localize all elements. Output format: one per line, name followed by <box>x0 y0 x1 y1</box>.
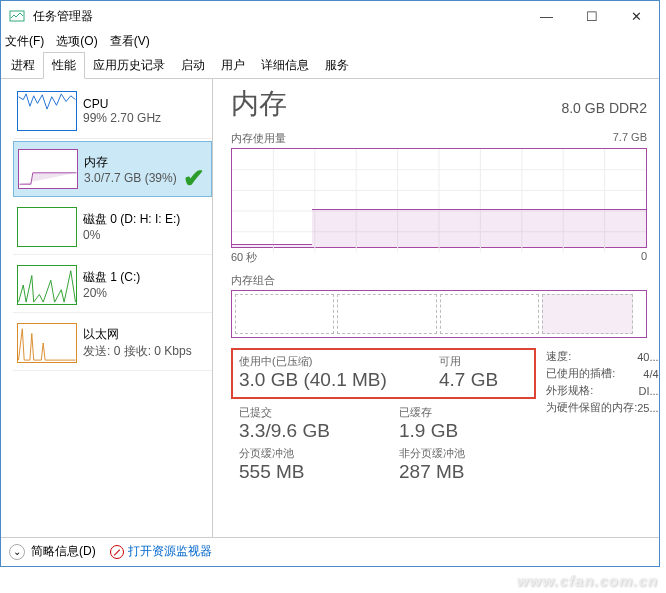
expand-icon[interactable]: ⌄ <box>9 544 25 560</box>
app-icon <box>9 8 25 24</box>
cached-label: 已缓存 <box>399 405 458 420</box>
tab-details[interactable]: 详细信息 <box>253 53 317 78</box>
memory-thumbnail <box>18 149 78 189</box>
committed-value: 3.3/9.6 GB <box>239 420 369 442</box>
disk0-thumbnail <box>17 207 77 247</box>
sidebar-item-label: CPU <box>83 97 161 111</box>
detail-pane: 内存 8.0 GB DDR2 内存使用量 7.7 GB <box>213 79 659 537</box>
watermark: www.cfan.com.cn <box>517 572 658 589</box>
sidebar-item-label: 以太网 <box>83 326 192 343</box>
available-label: 可用 <box>439 354 498 369</box>
tab-bar: 进程 性能 应用历史记录 启动 用户 详细信息 服务 <box>1 55 659 79</box>
ethernet-thumbnail <box>17 323 77 363</box>
menu-view[interactable]: 查看(V) <box>110 33 150 50</box>
committed-label: 已提交 <box>239 405 369 420</box>
highlighted-stats: 使用中(已压缩) 3.0 GB (40.1 MB) 可用 4.7 GB <box>231 348 536 399</box>
memory-composition-chart <box>231 290 647 338</box>
tab-users[interactable]: 用户 <box>213 53 253 78</box>
inuse-label: 使用中(已压缩) <box>239 354 409 369</box>
sidebar-item-sub: 99% 2.70 GHz <box>83 111 161 125</box>
tab-services[interactable]: 服务 <box>317 53 357 78</box>
resource-monitor-link[interactable]: 打开资源监视器 <box>110 543 212 560</box>
sidebar-item-label: 内存 <box>84 154 177 171</box>
sidebar-item-ethernet[interactable]: 以太网 发送: 0 接收: 0 Kbps <box>13 315 212 371</box>
sidebar-item-label: 磁盘 0 (D: H: I: E:) <box>83 211 180 228</box>
sidebar-item-label: 磁盘 1 (C:) <box>83 269 140 286</box>
memory-usage-chart <box>231 148 647 248</box>
available-value: 4.7 GB <box>439 369 498 391</box>
sidebar-item-sub: 3.0/7.7 GB (39%) <box>84 171 177 185</box>
sidebar-item-memory[interactable]: 内存 3.0/7.7 GB (39%) ✔ <box>13 141 212 197</box>
paged-label: 分页缓冲池 <box>239 446 369 461</box>
sidebar: CPU 99% 2.70 GHz 内存 3.0/7.7 GB (39%) ✔ 磁… <box>1 79 213 537</box>
check-icon: ✔ <box>183 163 205 194</box>
disk1-thumbnail <box>17 265 77 305</box>
sidebar-item-sub: 0% <box>83 228 180 242</box>
inuse-value: 3.0 GB (40.1 MB) <box>239 369 409 391</box>
nonpaged-label: 非分页缓冲池 <box>399 446 465 461</box>
cpu-thumbnail <box>17 91 77 131</box>
composition-label: 内存组合 <box>231 273 275 288</box>
memory-total: 8.0 GB DDR2 <box>561 100 647 116</box>
maximize-button[interactable]: ☐ <box>569 1 614 31</box>
paged-value: 555 MB <box>239 461 369 483</box>
menu-options[interactable]: 选项(O) <box>56 33 97 50</box>
usage-label: 内存使用量 <box>231 131 286 146</box>
close-button[interactable]: ✕ <box>614 1 659 31</box>
fewer-details-link[interactable]: 简略信息(D) <box>31 543 96 560</box>
menu-file[interactable]: 文件(F) <box>5 33 44 50</box>
nonpaged-value: 287 MB <box>399 461 465 483</box>
titlebar: 任务管理器 — ☐ ✕ <box>1 1 659 31</box>
tab-app-history[interactable]: 应用历史记录 <box>85 53 173 78</box>
tab-startup[interactable]: 启动 <box>173 53 213 78</box>
detail-title: 内存 <box>231 85 287 123</box>
sidebar-item-disk0[interactable]: 磁盘 0 (D: H: I: E:) 0% <box>13 199 212 255</box>
sidebar-item-disk1[interactable]: 磁盘 1 (C:) 20% <box>13 257 212 313</box>
sidebar-item-cpu[interactable]: CPU 99% 2.70 GHz <box>13 83 212 139</box>
tab-processes[interactable]: 进程 <box>3 53 43 78</box>
window-title: 任务管理器 <box>33 8 524 25</box>
cached-value: 1.9 GB <box>399 420 458 442</box>
tab-performance[interactable]: 性能 <box>43 52 85 79</box>
sidebar-item-sub: 20% <box>83 286 140 300</box>
sidebar-item-sub: 发送: 0 接收: 0 Kbps <box>83 343 192 360</box>
memory-details-table: 速度:40... 已使用的插槽:4/4 外形规格:DI... 为硬件保留的内存:… <box>536 348 658 483</box>
minimize-button[interactable]: — <box>524 1 569 31</box>
resource-monitor-icon <box>110 545 124 559</box>
menubar: 文件(F) 选项(O) 查看(V) <box>1 31 659 51</box>
usage-max: 7.7 GB <box>613 131 647 146</box>
